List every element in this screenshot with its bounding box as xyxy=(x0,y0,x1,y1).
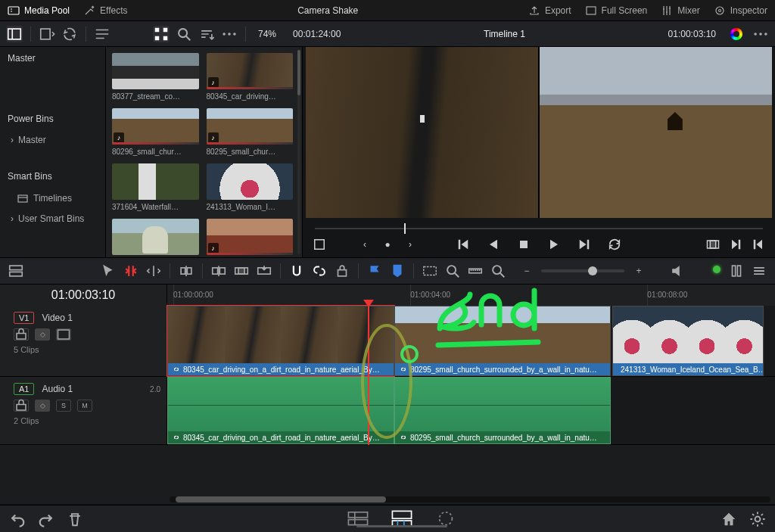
color-wheel-icon[interactable] xyxy=(728,26,745,42)
viewer-left[interactable] xyxy=(306,47,538,218)
sort-icon[interactable] xyxy=(198,26,215,42)
mixer-button[interactable]: Mixer xyxy=(661,5,699,17)
inspector-button[interactable]: Inspector xyxy=(714,5,767,17)
undo-button[interactable] xyxy=(9,511,26,527)
timeline-audio-clip[interactable]: 80345_car_driving_on_a_dirt_road_in_natu… xyxy=(167,377,394,444)
delete-button[interactable] xyxy=(67,511,83,527)
viewer-scrubber[interactable] xyxy=(315,223,763,234)
user-smart-bins[interactable]: › User Smart Bins xyxy=(0,209,105,229)
export-icon xyxy=(528,5,540,17)
home-button[interactable] xyxy=(721,511,737,527)
v1-badge[interactable]: V1 xyxy=(14,312,34,324)
sync-bin-icon[interactable] xyxy=(61,26,78,42)
playhead[interactable] xyxy=(368,306,369,445)
media-clip[interactable]: 80377_stream_co… xyxy=(112,53,199,101)
flag-icon[interactable] xyxy=(366,263,383,279)
timeline-video-clip[interactable]: 80345_car_driving_on_a_dirt_road_in_natu… xyxy=(167,306,394,376)
track-lock-icon[interactable] xyxy=(14,400,29,412)
dynamic-trim-tool[interactable] xyxy=(145,263,162,279)
timeline-ruler[interactable]: 01:00:00:00 01:00:04:00 01:00:08:00 xyxy=(167,285,775,306)
timeline-video-clip[interactable]: 241313_Woman_Iceland_Ocean_Sea_B… xyxy=(612,306,764,376)
range-select-icon[interactable] xyxy=(422,263,438,279)
dim-slider[interactable] xyxy=(692,267,722,275)
solo-button[interactable]: S xyxy=(56,400,71,412)
v1-name[interactable]: Video 1 xyxy=(42,313,72,323)
a1-name[interactable]: Audio 1 xyxy=(42,384,73,394)
auto-select-icon[interactable]: ◇ xyxy=(35,400,50,412)
go-end-button[interactable] xyxy=(577,237,592,252)
timeline-hscroll[interactable] xyxy=(170,496,770,502)
mute-button[interactable]: M xyxy=(77,400,92,412)
a1-badge[interactable]: A1 xyxy=(14,383,34,395)
playhead-timecode[interactable]: 01:00:03:10 xyxy=(0,285,167,306)
search-timeline-icon[interactable] xyxy=(490,263,506,279)
metadata-view-icon[interactable] xyxy=(94,26,110,42)
layout-toggle[interactable] xyxy=(6,26,23,42)
media-pool-tab[interactable]: Media Pool xyxy=(8,5,70,17)
fullscreen-button[interactable]: Full Screen xyxy=(585,5,648,17)
marker-icon[interactable] xyxy=(389,263,406,279)
next-clip-icon[interactable] xyxy=(728,237,743,252)
media-clip[interactable]: ♪80345_car_driving… xyxy=(207,53,294,101)
linked-selection-toggle[interactable] xyxy=(311,263,328,279)
power-bin-master[interactable]: › Master xyxy=(0,130,105,150)
redo-button[interactable] xyxy=(38,511,54,527)
zoom-slider[interactable] xyxy=(541,269,624,272)
thumbnail-view-icon[interactable] xyxy=(153,26,170,42)
loop-button[interactable] xyxy=(607,237,622,252)
go-start-button[interactable] xyxy=(456,237,471,252)
track-disable-icon[interactable] xyxy=(56,328,71,341)
import-media-icon[interactable] xyxy=(39,26,55,42)
snapping-toggle[interactable] xyxy=(288,263,305,279)
viewer-zoom[interactable]: 74% xyxy=(254,29,281,39)
trim-tool[interactable] xyxy=(123,263,139,279)
zoom-in-button[interactable]: + xyxy=(630,263,647,279)
source-timecode[interactable]: 00:01:24:00 xyxy=(288,29,345,39)
media-clip[interactable]: 371604_Waterfall… xyxy=(112,163,199,211)
next-edit-icon[interactable]: › xyxy=(403,237,418,252)
media-clip[interactable]: ♪ xyxy=(207,219,294,257)
zoom-search-icon[interactable] xyxy=(444,263,461,279)
viewer-options-icon[interactable] xyxy=(752,26,769,42)
overwrite-clip-icon[interactable] xyxy=(233,263,250,279)
media-clip[interactable]: 241313_Woman_I… xyxy=(207,163,294,211)
prev-edit-icon[interactable]: ‹ xyxy=(357,237,372,252)
viewer-right[interactable] xyxy=(540,47,772,218)
auto-select-icon[interactable]: ◇ xyxy=(35,328,50,341)
timeline-view-options[interactable] xyxy=(8,263,24,279)
replace-clip-icon[interactable] xyxy=(256,263,272,279)
settings-button[interactable] xyxy=(749,511,766,527)
timeline-video-clip[interactable]: 80295_small_church_surrounded_by_a_wall_… xyxy=(394,306,611,376)
master-bin[interactable]: Master xyxy=(0,47,105,70)
ruler-icon[interactable] xyxy=(467,263,484,279)
transform-icon[interactable] xyxy=(312,237,327,252)
prev-clip-icon[interactable] xyxy=(751,237,766,252)
media-clip[interactable] xyxy=(112,219,199,257)
media-scrollbar[interactable] xyxy=(297,50,300,254)
stop-button[interactable] xyxy=(516,237,531,252)
export-button[interactable]: Export xyxy=(528,5,571,17)
media-clip[interactable]: ♪80295_small_chur… xyxy=(207,108,294,156)
blade-tool[interactable] xyxy=(178,263,195,279)
zoom-out-button[interactable]: − xyxy=(518,263,535,279)
overwrite-icon[interactable] xyxy=(705,237,721,252)
media-clip[interactable]: ♪80296_small_chur… xyxy=(112,108,199,156)
monitor-icon[interactable] xyxy=(728,263,745,279)
timeline-name[interactable]: Timeline 1 xyxy=(353,29,655,39)
position-lock-icon[interactable] xyxy=(334,263,350,279)
track-lock-icon[interactable] xyxy=(14,328,29,341)
timeline-menu-icon[interactable] xyxy=(751,263,767,279)
more-options-icon[interactable] xyxy=(221,26,238,42)
svg-rect-4 xyxy=(8,29,21,39)
insert-clip-icon[interactable] xyxy=(210,263,227,279)
match-frame-icon[interactable]: ● xyxy=(380,237,395,252)
record-timecode[interactable]: 01:00:03:10 xyxy=(664,29,721,39)
mute-icon[interactable] xyxy=(669,263,686,279)
search-icon[interactable] xyxy=(176,26,192,42)
timeline-audio-clip[interactable]: 80295_small_church_surrounded_by_a_wall_… xyxy=(394,377,611,444)
selection-tool[interactable] xyxy=(100,263,117,279)
effects-tab[interactable]: Effects xyxy=(83,5,127,17)
reverse-play-button[interactable] xyxy=(486,237,501,252)
smart-bin-timelines[interactable]: Timelines xyxy=(0,188,105,209)
play-button[interactable] xyxy=(546,237,562,252)
